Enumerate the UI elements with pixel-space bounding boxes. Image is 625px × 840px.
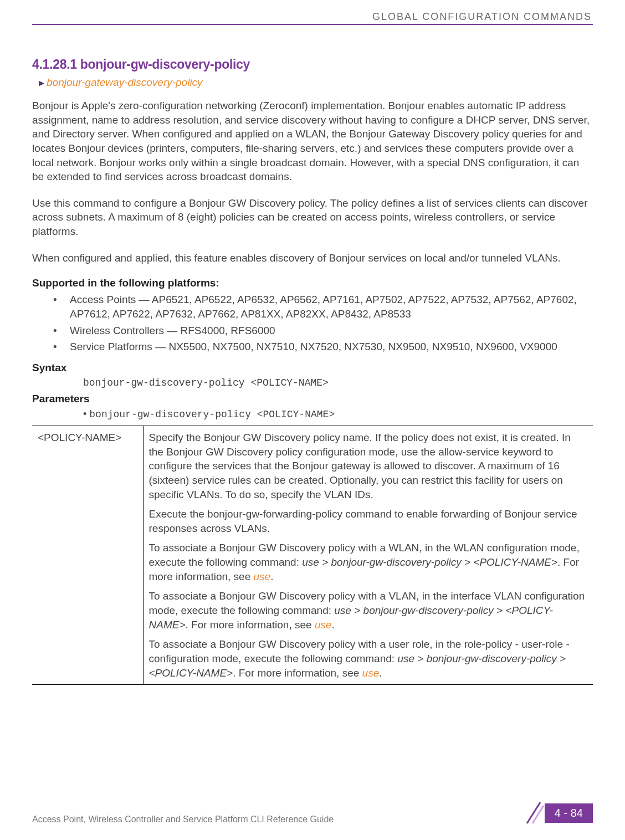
breadcrumb-link[interactable]: bonjour-gateway-discovery-policy [47, 76, 203, 89]
paragraph: Bonjour is Apple's zero-configuration ne… [32, 99, 593, 184]
list-item: Service Platforms — NX5500, NX7500, NX75… [53, 340, 593, 354]
paragraph: Use this command to configure a Bonjour … [32, 196, 593, 239]
list-item: Wireless Controllers — RFS4000, RFS6000 [53, 324, 593, 338]
arrow-right-icon: ▶ [39, 79, 44, 87]
use-link[interactable]: use [254, 571, 271, 582]
cell-text: To associate a Bonjour GW Discovery poli… [149, 589, 588, 632]
use-link[interactable]: use [362, 667, 380, 679]
cell-text: To associate a Bonjour GW Discovery poli… [149, 637, 588, 680]
svg-line-1 [532, 806, 544, 823]
paragraph: When configured and applied, this featur… [32, 251, 593, 265]
param-desc-cell: Specify the Bonjour GW Discovery policy … [143, 426, 593, 684]
list-item: Access Points — AP6521, AP6522, AP6532, … [53, 293, 593, 321]
cell-text: Specify the Bonjour GW Discovery policy … [149, 431, 588, 501]
cell-text: To associate a Bonjour GW Discovery poli… [149, 541, 588, 583]
cell-text: Execute the bonjour-gw-forwarding-policy… [149, 507, 588, 535]
syntax-line: bonjour-gw-discovery-policy <POLICY-NAME… [83, 377, 593, 388]
section-title: 4.1.28.1 bonjour-gw-discovery-policy [32, 57, 593, 72]
table-row: <POLICY-NAME> Specify the Bonjour GW Dis… [32, 426, 593, 684]
param-name-cell: <POLICY-NAME> [32, 426, 143, 684]
syntax-heading: Syntax [32, 362, 593, 374]
footer-guide-title: Access Point, Wireless Controller and Se… [32, 815, 334, 824]
parameters-table: <POLICY-NAME> Specify the Bonjour GW Dis… [32, 426, 593, 685]
parameters-heading: Parameters [32, 393, 593, 405]
header-rule [32, 24, 593, 25]
page-footer: Access Point, Wireless Controller and Se… [0, 801, 625, 824]
running-head: GLOBAL CONFIGURATION COMMANDS [32, 11, 593, 23]
use-link[interactable]: use [315, 619, 332, 631]
page-number: 4 - 84 [545, 803, 593, 823]
supported-heading: Supported in the following platforms: [32, 277, 593, 289]
supported-list: Access Points — AP6521, AP6522, AP6532, … [32, 293, 593, 354]
slash-icon [521, 801, 545, 824]
parameters-bullet: bonjour-gw-discovery-policy <POLICY-NAME… [83, 408, 593, 420]
breadcrumb: ▶ bonjour-gateway-discovery-policy [39, 76, 593, 89]
